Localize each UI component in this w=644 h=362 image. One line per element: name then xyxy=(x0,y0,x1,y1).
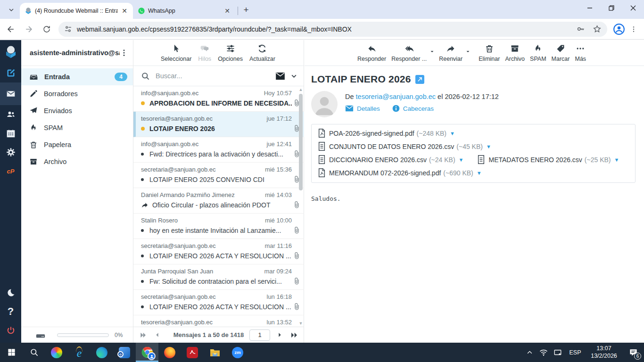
logout-icon[interactable] xyxy=(0,321,21,340)
reply-button[interactable]: Responder xyxy=(357,43,386,62)
internet-explorer-icon[interactable]: e xyxy=(68,343,91,362)
tab-close-icon[interactable]: ✕ xyxy=(121,7,128,15)
message-row[interactable]: info@sanjuan.gob.ecjue 12:41 Fwd: Direct… xyxy=(133,137,304,163)
chrome-icon[interactable] xyxy=(136,343,158,362)
attachment-item[interactable]: CONJUNTO DE DATOS ENERO 2026.csv (~45 KB… xyxy=(318,142,491,151)
attachment-dropdown-icon[interactable]: ▼ xyxy=(486,144,491,149)
forward-icon[interactable] xyxy=(22,22,36,36)
sidebar-item-borradores[interactable]: Borradores xyxy=(21,85,133,102)
reply-all-button[interactable]: Responder ... xyxy=(391,43,427,62)
attachment-item[interactable]: METADATOS ENERO 2026.csv (~25 KB) ▼ xyxy=(478,155,619,164)
sidebar-item-spam[interactable]: SPAM xyxy=(21,119,133,136)
tab-roundcube[interactable]: (4) Roundcube Webmail :: Entra ✕ xyxy=(20,3,133,19)
settings-icon[interactable] xyxy=(0,143,21,162)
attachment-item[interactable]: MEMORANDUM 072-2026-signed.pdf (~690 KB)… xyxy=(318,168,482,177)
compose-icon[interactable] xyxy=(0,64,21,82)
reply-all-dropdown-icon[interactable] xyxy=(430,49,434,54)
first-page-icon[interactable] xyxy=(139,331,147,339)
details-link[interactable]: Detalles xyxy=(345,105,380,112)
message-row[interactable]: info@sanjuan.gob.ecHoy 10:57 APROBACION … xyxy=(133,86,304,112)
file-explorer-icon[interactable] xyxy=(204,343,226,362)
headers-link[interactable]: Cabeceras xyxy=(392,105,434,112)
message-row[interactable]: Daniel Armando Pazmiño Jimenezmié 14:03 … xyxy=(133,188,304,214)
open-in-new-window-icon[interactable] xyxy=(415,75,424,84)
star-icon[interactable] xyxy=(593,25,602,33)
start-icon[interactable] xyxy=(0,343,23,362)
language-indicator[interactable]: ESP xyxy=(565,349,586,356)
list-scrollbar[interactable]: ▲ ▼ xyxy=(298,87,303,326)
attachment-dropdown-icon[interactable]: ▼ xyxy=(459,157,464,163)
message-row[interactable]: tesoreria@sanjuan.gob.ecjue 17:12 LOTAIP… xyxy=(133,112,304,137)
sender-email-link[interactable]: tesoreria@sanjuan.gob.ec xyxy=(356,93,436,100)
edge-icon[interactable] xyxy=(91,343,113,362)
zoom-icon[interactable]: zm xyxy=(226,343,249,362)
darkmode-icon[interactable] xyxy=(0,283,21,302)
tab-whatsapp[interactable]: WhatsApp ✕ xyxy=(133,3,236,19)
search-options-chevron-icon[interactable] xyxy=(291,73,297,79)
clock[interactable]: 13:07 13/2/2026 xyxy=(586,345,622,360)
window-maximize-button[interactable] xyxy=(601,0,622,16)
window-close-button[interactable] xyxy=(622,0,644,16)
attachment-dropdown-icon[interactable]: ▼ xyxy=(450,131,455,136)
message-row[interactable]: tesoreria@sanjuan.gob.eclun 13:52 xyxy=(133,315,304,327)
firefox-icon[interactable] xyxy=(158,343,181,362)
copilot-icon[interactable] xyxy=(45,343,68,362)
window-minimize-button[interactable] xyxy=(579,0,601,16)
message-row[interactable]: Junta Parroquial San Juanmar 09:24 Fw: S… xyxy=(133,264,304,290)
scroll-down-icon[interactable]: ▼ xyxy=(298,321,303,326)
refresh-list-button[interactable]: Actualizar xyxy=(249,43,275,62)
tab-close-icon[interactable]: ✕ xyxy=(223,7,231,15)
new-tab-button[interactable]: + xyxy=(240,4,252,16)
outlook-icon[interactable]: o xyxy=(113,343,136,362)
account-menu-icon[interactable] xyxy=(120,49,128,57)
site-settings-icon[interactable] xyxy=(64,25,72,33)
spam-button[interactable]: SPAM xyxy=(530,43,546,62)
cpanel-icon[interactable]: cP xyxy=(0,162,21,181)
more-button[interactable]: Más xyxy=(575,43,586,62)
next-page-icon[interactable] xyxy=(277,332,283,338)
attachment-dropdown-icon[interactable]: ▼ xyxy=(614,157,619,163)
sidebar-item-enviados[interactable]: Enviados xyxy=(21,102,133,119)
help-icon[interactable]: ? xyxy=(0,302,21,321)
attachment-dropdown-icon[interactable]: ▼ xyxy=(477,170,482,176)
mark-button[interactable]: Marcar xyxy=(552,43,570,62)
archive-button[interactable]: Archivo xyxy=(505,43,525,62)
sidebar-item-papelera[interactable]: Papelera xyxy=(21,136,133,153)
calendar-icon[interactable] xyxy=(0,124,21,143)
scroll-up-icon[interactable]: ▲ xyxy=(298,87,303,92)
threads-button[interactable]: Hilos xyxy=(198,43,211,62)
mail-icon[interactable] xyxy=(0,82,21,105)
notification-icon[interactable]: 6 xyxy=(622,343,644,362)
search-scope-icon[interactable] xyxy=(275,72,285,80)
message-row[interactable]: Stalin Roseromié 10:00 hoy en este insta… xyxy=(133,214,304,239)
message-row[interactable]: secretaria@sanjuan.gob.ecmié 15:36 LOTAI… xyxy=(133,163,304,188)
roundcube-logo[interactable] xyxy=(0,40,21,64)
address-bar[interactable]: webmail.sanjuan.gob.ec/cpsess9192276835/… xyxy=(58,22,607,37)
attachment-item[interactable]: DICCIONARIO ENERO 2026.csv (~24 KB) ▼ xyxy=(318,155,463,164)
back-icon[interactable] xyxy=(4,22,18,36)
display-icon[interactable] xyxy=(551,343,565,362)
sidebar-item-entrada[interactable]: Entrada 4 xyxy=(21,68,133,85)
key-icon[interactable] xyxy=(576,25,585,33)
page-input[interactable] xyxy=(249,329,270,341)
browser-menu-icon[interactable] xyxy=(627,23,640,36)
prev-page-icon[interactable] xyxy=(154,332,160,338)
acrobat-icon[interactable] xyxy=(181,343,204,362)
contacts-icon[interactable] xyxy=(0,105,21,124)
tray-chevron-icon[interactable] xyxy=(522,343,537,362)
select-button[interactable]: Seleccionar xyxy=(161,43,191,62)
url-text[interactable]: webmail.sanjuan.gob.ec/cpsess9192276835/… xyxy=(77,25,576,33)
refresh-icon[interactable] xyxy=(40,22,54,36)
options-button[interactable]: Opciones xyxy=(218,43,243,62)
wifi-icon[interactable] xyxy=(537,343,551,362)
search-input[interactable] xyxy=(156,72,275,80)
sidebar-item-archivo[interactable]: Archivo xyxy=(21,153,133,170)
message-row[interactable]: secretaria@sanjuan.gob.ecmar 11:16 LOTAI… xyxy=(133,239,304,264)
tab-search-icon[interactable] xyxy=(5,3,18,16)
forward-button[interactable]: Reenviar xyxy=(439,43,462,62)
forward-dropdown-icon[interactable] xyxy=(466,49,470,54)
last-page-icon[interactable] xyxy=(290,331,298,339)
attachment-item[interactable]: POA-2026-signed-signed.pdf (~248 KB) ▼ xyxy=(318,129,455,138)
message-row[interactable]: secretaria@sanjuan.gob.eclun 16:18 LOTAI… xyxy=(133,290,304,315)
delete-button[interactable]: Eliminar xyxy=(479,43,500,62)
